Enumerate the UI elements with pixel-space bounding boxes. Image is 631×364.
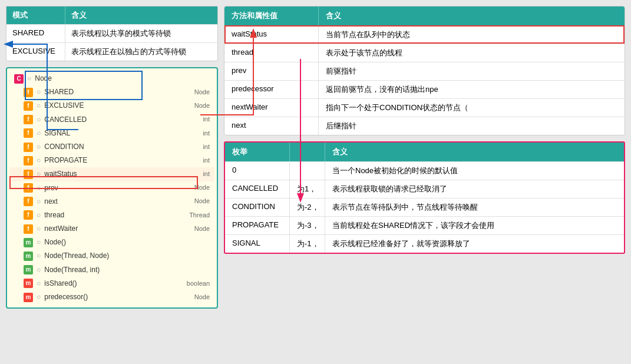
class-item-thread: f ○ thread Thread [9,209,214,222]
icon-field-prev: f [24,183,33,193]
enum-col3-header: 含义 [325,143,624,161]
class-item-nodeconstructor: m ○ Node() [9,236,214,249]
enum-cancelled: CANCELLED [225,180,290,198]
enum-col1-header: 枚举 [225,143,290,161]
method-table: 方法和属性值 含义 waitStatus 当前节点在队列中的状态 thread … [224,6,625,135]
desc-thread: 表示处于该节点的线程 [319,44,625,62]
icon-method-node: m [24,238,33,247]
desc-waitstatus: 当前节点在队列中的状态 [319,26,625,44]
class-item-cancelled: f ○ CANCELLED int [9,113,214,127]
enum-signal-desc: 表示线程已经准备好了，就等资源释放了 [325,235,624,253]
field-thread: thread [224,44,319,62]
icon-field-next: f [24,197,33,206]
enum-propagate-desc: 当前线程处在SHARED情况下，该字段才会使用 [325,217,624,234]
enum-table-header: 枚举 含义 [225,143,624,161]
enum-cancelled-desc: 表示线程获取锁的请求已经取消了 [325,180,624,198]
icon-class: C [14,74,24,84]
icon-field-nextwaiter: f [24,224,33,234]
enum-0-val [290,162,325,180]
enum-signal-val: 为-1， [290,235,325,253]
desc-predecessor: 返回前驱节点，没有的话抛出npe [319,81,625,98]
enum-row-0: 0 当一个Node被初始化的时候的默认值 [225,161,624,180]
enum-table: 枚举 含义 0 当一个Node被初始化的时候的默认值 CANCELLED 为1，… [224,141,625,254]
icon-field-waitstatus: f [24,170,33,179]
desc-next: 后继指针 [319,117,625,135]
icon-method-isshared: m [24,279,33,288]
icon-method-nodethreadnode: m [24,252,33,261]
icon-field-shared: f [24,88,33,97]
class-item-prev: f ○ prev Node [9,181,214,195]
method-col2-header: 含义 [319,6,625,25]
mode-shared: SHARED [6,25,65,42]
enum-propagate: PROPAGATE [225,217,290,234]
mode-row-shared: SHARED 表示线程以共享的模式等待锁 [6,24,217,42]
field-prev: prev [224,62,319,80]
field-waitstatus: waitStatus [224,26,319,44]
enum-col2-header [290,143,325,161]
enum-condition-val: 为-2， [290,198,325,216]
field-nextwaiter: nextWaiter [224,99,319,117]
enum-cancelled-val: 为1， [290,180,325,198]
icon-field-condition: f [24,143,33,152]
field-predecessor: predecessor [224,81,319,98]
class-item-isshared: m ○ isShared() boolean [9,277,214,290]
enum-0-desc: 当一个Node被初始化的时候的默认值 [325,162,624,180]
field-next: next [224,117,319,135]
right-panel: 方法和属性值 含义 waitStatus 当前节点在队列中的状态 thread … [224,6,625,358]
enum-row-cancelled: CANCELLED 为1， 表示线程获取锁的请求已经取消了 [225,180,624,198]
class-item-nextwaiter: f ○ nextWaiter Node [9,222,214,236]
left-panel: 模式 含义 SHARED 表示线程以共享的模式等待锁 EXCLUSIVE 表示线… [6,6,218,358]
enum-condition: CONDITION [225,198,290,216]
enum-0: 0 [225,162,290,180]
desc-exclusive: 表示线程正在以独占的方式等待锁 [65,43,217,61]
method-row-nextwaiter: nextWaiter 指向下一个处于CONDITION状态的节点（ [224,98,625,117]
desc-nextwaiter: 指向下一个处于CONDITION状态的节点（ [319,99,625,117]
class-item-nodethreadnode: m ○ Node(Thread, Node) [9,249,214,263]
class-panel: C ○ Node f ○ SHARED Node f ○ EXCLUSIVE N… [6,67,218,309]
class-item-propagate: f ○ PROPAGATE int [9,154,214,167]
icon-method-nodethreadint: m [24,265,33,274]
class-item-waitstatus: f ○ waitStatus int [9,167,214,181]
method-table-header: 方法和属性值 含义 [224,6,625,25]
class-item-exclusive: f ○ EXCLUSIVE Node [9,99,214,112]
class-item-next: f ○ next Node [9,195,214,209]
enum-row-signal: SIGNAL 为-1， 表示线程已经准备好了，就等资源释放了 [225,234,624,253]
method-row-predecessor: predecessor 返回前驱节点，没有的话抛出npe [224,80,625,98]
class-item-nodethreadint: m ○ Node(Thread, int) [9,263,214,277]
method-row-prev: prev 前驱指针 [224,62,625,80]
method-row-next: next 后继指针 [224,117,625,135]
class-item-condition: f ○ CONDITION int [9,140,214,154]
meaning-col-header: 含义 [65,6,217,24]
method-row-waitstatus: waitStatus 当前节点在队列中的状态 [224,25,625,44]
icon-field-propagate: f [24,156,33,166]
desc-shared: 表示线程以共享的模式等待锁 [65,25,217,42]
class-item-predecessor: m ○ predecessor() Node [9,290,214,304]
method-row-thread: thread 表示处于该节点的线程 [224,44,625,62]
mode-table: 模式 含义 SHARED 表示线程以共享的模式等待锁 EXCLUSIVE 表示线… [6,6,218,61]
enum-condition-desc: 表示节点在等待队列中，节点线程等待唤醒 [325,198,624,216]
mode-exclusive: EXCLUSIVE [6,43,65,61]
mode-row-exclusive: EXCLUSIVE 表示线程正在以独占的方式等待锁 [6,42,217,61]
mode-col-header: 模式 [6,6,65,24]
icon-field-signal: f [24,128,33,138]
enum-row-propagate: PROPAGATE 为-3， 当前线程处在SHARED情况下，该字段才会使用 [225,216,624,234]
class-item-signal: f ○ SIGNAL int [9,127,214,140]
mode-table-header: 模式 含义 [6,6,217,24]
enum-signal: SIGNAL [225,235,290,253]
icon-method-predecessor: m [24,293,33,302]
method-col1-header: 方法和属性值 [224,6,319,25]
icon-field-thread: f [24,210,33,220]
enum-row-condition: CONDITION 为-2， 表示节点在等待队列中，节点线程等待唤醒 [225,198,624,216]
class-node-root: C ○ Node [9,72,214,85]
desc-prev: 前驱指针 [319,62,625,80]
icon-field-exclusive: f [24,101,33,111]
icon-field-cancelled: f [24,115,33,124]
enum-propagate-val: 为-3， [290,217,325,234]
class-item-shared: f ○ SHARED Node [9,85,214,99]
